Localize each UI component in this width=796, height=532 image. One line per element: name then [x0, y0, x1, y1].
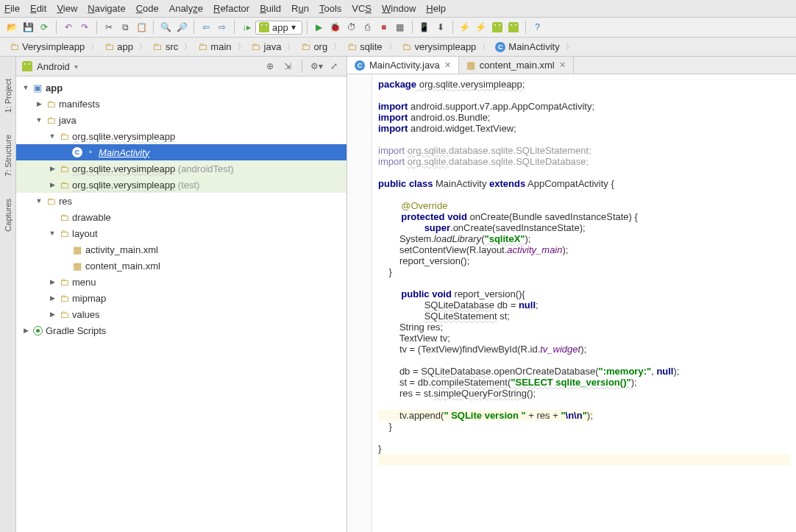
tree-activity-main-xml[interactable]: ▦activity_main.xml: [16, 241, 347, 258]
make-icon[interactable]: ↓▸: [239, 20, 254, 35]
tree-main-activity[interactable]: CᵃMainActivity: [16, 144, 347, 160]
main-toolbar: 📂 💾 ⟳ ↶ ↷ ✂ ⧉ 📋 🔍 🔎 ⇦ ⇨ ↓▸ app ▾ ▶ 🐞 ⏱ ⎙…: [0, 18, 796, 38]
android-monitor-icon[interactable]: [490, 20, 505, 35]
folder-icon: 🗀: [152, 42, 163, 52]
layout-icon[interactable]: ▦: [393, 20, 408, 35]
folder-icon: 🗀: [347, 42, 357, 52]
class-icon: C: [495, 42, 505, 52]
profile-icon[interactable]: ⏱: [344, 20, 359, 35]
folder-icon: 🗀: [300, 42, 310, 52]
tree-pkg-test[interactable]: ▶🗀org.sqlite.verysimpleapp (test): [16, 177, 347, 193]
scroll-to-icon[interactable]: ⊕: [263, 60, 277, 73]
android-icon: [22, 61, 32, 71]
bc-app[interactable]: 🗀app: [99, 40, 138, 53]
gradle-icon: [33, 326, 43, 336]
tree-pkg-main[interactable]: ▼🗀org.sqlite.verysimpleapp: [16, 128, 347, 144]
menu-build[interactable]: Build: [260, 3, 281, 14]
menu-file[interactable]: File: [4, 3, 20, 14]
bc-root[interactable]: 🗀Verysimpleapp: [4, 40, 89, 53]
hide-icon[interactable]: ⤢: [327, 60, 341, 73]
bc-main[interactable]: 🗀main: [193, 40, 235, 53]
menu-view[interactable]: View: [57, 3, 77, 14]
instant-debug-icon[interactable]: ⚡: [474, 20, 488, 35]
tree-values[interactable]: ▶🗀values: [16, 306, 347, 322]
attach-icon[interactable]: ⎙: [360, 20, 375, 35]
project-tree: ▼▣app ▶🗀manifests ▼🗀java ▼🗀org.sqlite.ve…: [16, 77, 347, 532]
sync-icon[interactable]: ⟳: [37, 20, 51, 35]
menu-navigate[interactable]: Navigate: [88, 3, 125, 14]
xml-icon: ▦: [466, 60, 475, 71]
tree-manifests[interactable]: ▶🗀manifests: [16, 96, 347, 112]
bc-src[interactable]: 🗀src: [148, 40, 182, 53]
sdk-icon[interactable]: ⬇: [433, 20, 448, 35]
editor: CMainActivity.java✕ ▦content_main.xml✕ p…: [347, 57, 796, 532]
tree-layout[interactable]: ▼🗀layout: [16, 225, 347, 241]
tree-res[interactable]: ▼🗀res: [16, 193, 347, 209]
back-icon[interactable]: ⇦: [199, 20, 213, 35]
menu-refactor[interactable]: Refactor: [213, 3, 249, 14]
bc-org[interactable]: 🗀org: [296, 40, 332, 53]
open-icon[interactable]: 📂: [4, 20, 19, 35]
bc-sqlite[interactable]: 🗀sqlite: [342, 40, 386, 53]
settings-icon[interactable]: ⚙▾: [310, 60, 323, 73]
run-icon[interactable]: ▶: [312, 20, 327, 35]
menu-window[interactable]: Window: [382, 3, 416, 14]
folder-icon: 🗀: [402, 42, 412, 52]
tree-app[interactable]: ▼▣app: [16, 79, 347, 96]
zoom-in-icon[interactable]: 🔍: [158, 20, 173, 35]
stop-icon[interactable]: ■: [377, 20, 391, 35]
bc-pkg[interactable]: 🗀verysimpleapp: [397, 40, 481, 53]
android-monitor2-icon[interactable]: [506, 20, 521, 35]
project-panel: Android ▾ ⊕ ⇲ ⚙▾ ⤢ ▼▣app ▶🗀manifests ▼🗀j…: [16, 57, 347, 532]
menu-edit[interactable]: Edit: [30, 3, 46, 14]
zoom-out-icon[interactable]: 🔎: [174, 20, 189, 35]
editor-gutter: [347, 74, 372, 532]
menu-code[interactable]: Code: [136, 3, 159, 14]
folder-icon: 🗀: [197, 42, 207, 52]
editor-tabs: CMainActivity.java✕ ▦content_main.xml✕: [347, 57, 796, 74]
redo-icon[interactable]: ↷: [77, 20, 92, 35]
captures-tool-tab[interactable]: Captures: [4, 199, 13, 232]
tab-main-activity[interactable]: CMainActivity.java✕: [347, 57, 459, 74]
help-icon[interactable]: ?: [530, 20, 545, 35]
menu-tools[interactable]: Tools: [319, 3, 341, 14]
paste-icon[interactable]: 📋: [134, 20, 149, 35]
breadcrumb: 🗀Verysimpleapp〉 🗀app〉 🗀src〉 🗀main〉 🗀java…: [0, 38, 796, 57]
menu-run[interactable]: Run: [291, 3, 309, 14]
android-icon: [259, 22, 269, 32]
folder-icon: 🗀: [9, 42, 19, 52]
tree-content-main-xml[interactable]: ▦content_main.xml: [16, 258, 347, 274]
bc-java[interactable]: 🗀java: [246, 40, 286, 53]
collapse-icon[interactable]: ⇲: [281, 60, 294, 73]
bc-class[interactable]: CMainActivity: [491, 40, 564, 53]
tree-gradle[interactable]: ▶Gradle Scripts: [16, 322, 347, 338]
menu-analyze[interactable]: Analyze: [169, 3, 203, 14]
project-panel-header: Android ▾ ⊕ ⇲ ⚙▾ ⤢: [16, 57, 347, 77]
tree-java[interactable]: ▼🗀java: [16, 112, 347, 128]
debug-icon[interactable]: 🐞: [328, 20, 343, 35]
tree-menu[interactable]: ▶🗀menu: [16, 274, 347, 290]
instant-run-icon[interactable]: ⚡: [458, 20, 472, 35]
project-view-selector[interactable]: Android: [37, 61, 70, 72]
avd-icon[interactable]: 📱: [417, 20, 432, 35]
tab-content-main[interactable]: ▦content_main.xml✕: [459, 57, 574, 74]
tree-pkg-androidtest[interactable]: ▶🗀org.sqlite.verysimpleapp (androidTest): [16, 160, 347, 177]
menu-bar: File Edit View Navigate Code Analyze Ref…: [0, 0, 796, 18]
undo-icon[interactable]: ↶: [61, 20, 76, 35]
project-tool-tab[interactable]: 1: Project: [4, 79, 13, 113]
tree-mipmap[interactable]: ▶🗀mipmap: [16, 290, 347, 306]
structure-tool-tab[interactable]: 7: Structure: [4, 135, 13, 177]
save-icon[interactable]: 💾: [21, 20, 35, 35]
class-icon: C: [355, 60, 365, 71]
run-config-selector[interactable]: app ▾: [255, 21, 302, 35]
menu-vcs[interactable]: VCS: [352, 3, 372, 14]
code-area[interactable]: package org.sqlite.verysimpleapp; import…: [372, 74, 796, 532]
cut-icon[interactable]: ✂: [102, 20, 116, 35]
menu-help[interactable]: Help: [426, 3, 446, 14]
copy-icon[interactable]: ⧉: [118, 20, 132, 35]
tool-window-bar: 1: Project 7: Structure Captures: [0, 57, 16, 532]
close-tab-icon[interactable]: ✕: [444, 60, 451, 70]
close-tab-icon[interactable]: ✕: [559, 60, 566, 70]
tree-drawable[interactable]: 🗀drawable: [16, 209, 347, 225]
forward-icon[interactable]: ⇨: [215, 20, 230, 35]
